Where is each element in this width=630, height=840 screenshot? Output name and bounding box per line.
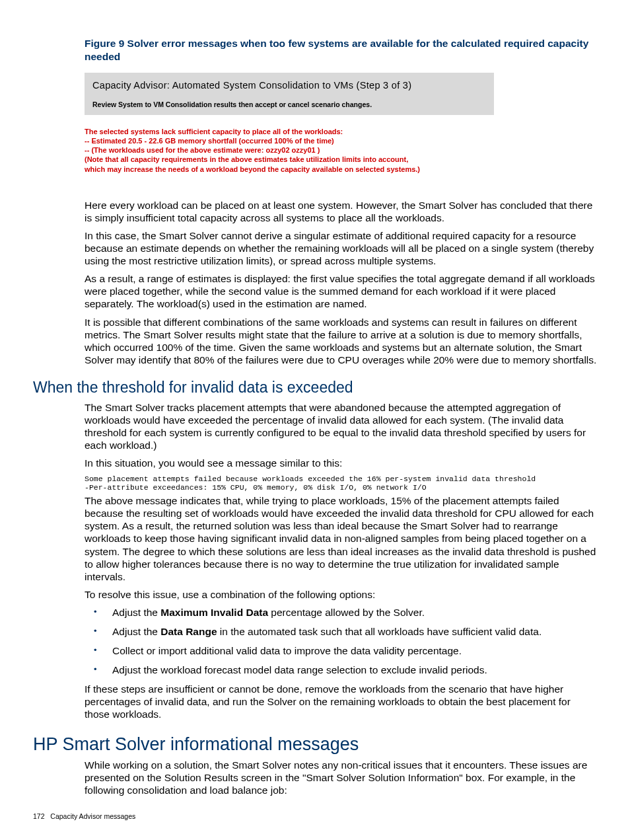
list-text: in the automated task such that all work… xyxy=(217,626,542,637)
list-item: Adjust the Data Range in the automated t… xyxy=(85,625,597,638)
list-item: Adjust the workload forecast model data … xyxy=(85,664,597,676)
bold-term: Data Range xyxy=(160,626,217,637)
list-text: Adjust the xyxy=(112,607,160,618)
red-line: The selected systems lack sufficient cap… xyxy=(85,127,597,136)
error-screenshot: Capacity Advisor: Automated System Conso… xyxy=(85,73,494,114)
body-paragraph: Here every workload can be placed on at … xyxy=(85,199,597,224)
list-text: percentage allowed by the Solver. xyxy=(268,607,425,618)
body-paragraph: As a result, a range of estimates is dis… xyxy=(85,272,597,310)
footer-section: Capacity Advisor messages xyxy=(50,812,135,820)
red-line: which may increase the needs of a worklo… xyxy=(85,165,597,174)
body-paragraph: The above message indicates that, while … xyxy=(85,494,597,582)
red-line: (Note that all capacity requirements in … xyxy=(85,155,597,164)
heading-threshold: When the threshold for invalid data is e… xyxy=(33,378,597,397)
figure-caption: Figure 9 Solver error messages when too … xyxy=(85,37,597,63)
list-item: Adjust the Maximum Invalid Data percenta… xyxy=(85,606,597,619)
page-number: 172 xyxy=(33,812,45,820)
list-text: Adjust the xyxy=(112,626,160,637)
body-paragraph: In this case, the Smart Solver cannot de… xyxy=(85,229,597,267)
red-line: -- Estimated 20.5 - 22.6 GB memory short… xyxy=(85,136,597,145)
body-paragraph: It is possible that different combinatio… xyxy=(85,316,597,366)
list-item: Collect or import additional valid data … xyxy=(85,644,597,657)
error-title: Capacity Advisor: Automated System Conso… xyxy=(92,79,486,91)
options-list: Adjust the Maximum Invalid Data percenta… xyxy=(85,606,597,676)
bold-term: Maximum Invalid Data xyxy=(160,607,268,618)
body-paragraph: While working on a solution, the Smart S… xyxy=(85,759,597,796)
body-paragraph: To resolve this issue, use a combination… xyxy=(85,588,597,601)
heading-informational: HP Smart Solver informational messages xyxy=(33,734,597,756)
code-block: Some placement attempts failed because w… xyxy=(85,475,597,492)
body-paragraph: In this situation, you would see a messa… xyxy=(85,457,597,469)
body-paragraph: If these steps are insufficient or canno… xyxy=(85,683,597,720)
error-red-text: The selected systems lack sufficient cap… xyxy=(85,127,597,174)
body-paragraph: The Smart Solver tracks placement attemp… xyxy=(85,401,597,451)
red-line: -- (The workloads used for the above est… xyxy=(85,145,597,155)
error-subtitle: Review System to VM Consolidation result… xyxy=(92,100,486,109)
page-footer: 172 Capacity Advisor messages xyxy=(33,812,597,821)
